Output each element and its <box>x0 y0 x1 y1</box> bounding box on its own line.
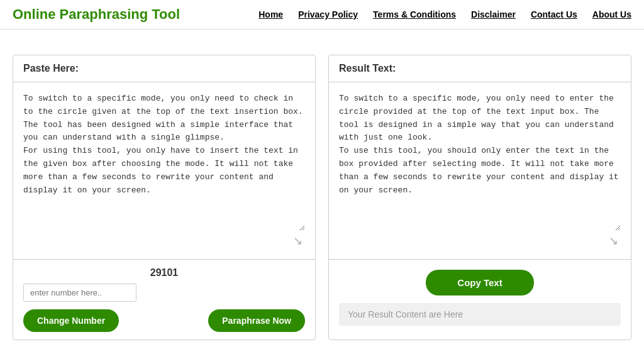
left-panel: Paste Here: ↘ 29101 Change Number Paraph… <box>13 55 316 340</box>
resize-indicator: ↘ <box>23 233 305 249</box>
captcha-input[interactable] <box>23 284 136 302</box>
nav-about[interactable]: About Us <box>592 9 631 19</box>
copy-text-button[interactable]: Copy Text <box>426 270 533 295</box>
change-number-button[interactable]: Change Number <box>23 309 119 332</box>
nav-home[interactable]: Home <box>258 9 283 19</box>
nav-contact[interactable]: Contact Us <box>531 9 577 19</box>
site-title: Online Paraphrasing Tool <box>13 6 180 23</box>
paraphrase-button[interactable]: Paraphrase Now <box>208 309 305 332</box>
result-textarea[interactable] <box>339 92 621 231</box>
left-panel-body: ↘ <box>13 82 315 259</box>
result-copy-section: Copy Text Your Result Content are Here <box>329 259 631 336</box>
nav-privacy-policy[interactable]: Privacy Policy <box>298 9 358 19</box>
site-header: Online Paraphrasing Tool Home Privacy Po… <box>0 0 644 30</box>
right-panel-body: ↘ <box>329 82 631 259</box>
captcha-input-row <box>23 284 305 302</box>
right-panel-header: Result Text: <box>329 55 631 82</box>
captcha-buttons: Change Number Paraphrase Now <box>23 309 305 332</box>
result-resize-indicator: ↘ <box>339 233 621 249</box>
nav-disclaimer[interactable]: Disclaimer <box>471 9 516 19</box>
result-placeholder-label: Your Result Content are Here <box>339 303 621 326</box>
right-panel: Result Text: ↘ Copy Text Your Result Con… <box>328 55 631 340</box>
main-content: Paste Here: ↘ 29101 Change Number Paraph… <box>0 30 644 353</box>
left-panel-header: Paste Here: <box>13 55 315 82</box>
nav-terms[interactable]: Terms & Conditions <box>373 9 456 19</box>
captcha-number: 29101 <box>23 267 305 279</box>
main-nav: Home Privacy Policy Terms & Conditions D… <box>258 9 631 19</box>
captcha-section: 29101 Change Number Paraphrase Now <box>13 259 315 340</box>
paste-textarea[interactable] <box>23 92 305 231</box>
